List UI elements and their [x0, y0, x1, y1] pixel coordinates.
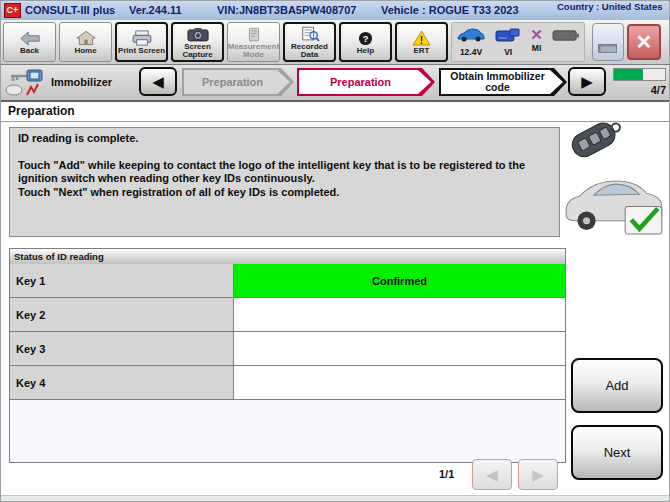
mi-label: MI	[532, 43, 541, 53]
previous-step-button[interactable]: ◀	[139, 67, 177, 96]
previous-page-icon: ◀	[486, 466, 498, 484]
vin-label: VIN:JN8BT3BA5PW408707	[217, 4, 356, 16]
step-preparation-completed[interactable]: Preparation	[182, 68, 294, 96]
key-3-status	[234, 332, 565, 365]
toolbar-button-label: Screen Capture	[173, 43, 222, 60]
table-row: Key 1 Confirmed	[10, 264, 565, 298]
footer-strip	[1, 495, 669, 501]
mi-indicator: ✕ MI	[530, 28, 543, 53]
back-button[interactable]: Back	[3, 22, 56, 62]
help-icon: ?	[358, 29, 373, 46]
table-filler-row	[10, 400, 565, 462]
mi-cross-icon: ✕	[530, 28, 543, 42]
print-screen-button[interactable]: Print Screen	[115, 22, 168, 62]
home-icon	[76, 29, 96, 46]
measurement-mode-icon	[245, 25, 263, 42]
close-button[interactable]: ✕	[627, 24, 661, 60]
next-button[interactable]: Next	[571, 425, 663, 480]
back-arrow-icon	[19, 29, 41, 46]
page-next-button[interactable]: ▶	[518, 459, 558, 490]
printer-icon	[131, 29, 153, 46]
wizard-progress-fill	[614, 69, 643, 80]
recorded-data-icon	[300, 25, 320, 42]
wizard-nav: Immobilizer ◀ Preparation Preparation Ob…	[1, 65, 669, 102]
module-label: Immobilizer	[51, 76, 112, 88]
toolbar-button-label: ERT	[414, 47, 430, 56]
status-table: Key 1 Confirmed Key 2 Key 3 Key 4	[9, 264, 566, 463]
vi-indicator: VI	[495, 28, 521, 57]
minimize-button[interactable]	[592, 23, 624, 61]
camera-icon	[187, 25, 209, 42]
confirmed-check-icon	[625, 206, 662, 233]
instruction-line: ID reading is complete.	[18, 132, 551, 146]
toolbar-button-label: Back	[20, 47, 39, 56]
app-version: Ver.244.11	[129, 4, 182, 16]
home-button[interactable]: Home	[59, 22, 112, 62]
key-3-label: Key 3	[10, 332, 234, 365]
table-row: Key 2	[10, 298, 565, 332]
instruction-line: Touch "Add" while keeping to contact the…	[18, 159, 551, 186]
vi-device-icon	[495, 28, 521, 46]
page-indicator: 1/1	[439, 468, 454, 480]
table-row: Key 4	[10, 366, 565, 400]
key-2-status	[234, 298, 565, 331]
instruction-spacer	[18, 146, 551, 159]
instruction-line: Touch "Next" when registration of all of…	[18, 186, 551, 200]
wizard-progress-bar	[613, 68, 666, 81]
status-table-header: Status of ID reading	[9, 248, 566, 265]
vehicle-label: Vehicle : ROGUE T33 2023	[381, 4, 519, 16]
toolbar-button-label: Recorded Data	[285, 43, 334, 60]
instruction-box: ID reading is complete. Touch "Add" whil…	[9, 127, 560, 237]
table-row: Key 3	[10, 332, 565, 366]
country-label: Country : United States	[557, 2, 669, 11]
key-1-status: Confirmed	[234, 264, 565, 297]
toolbar-button-label: Print Screen	[118, 47, 165, 56]
titlebar: C+ CONSULT-III plus Ver.244.11 VIN:JN8BT…	[1, 1, 669, 21]
step-label: Preparation	[330, 77, 391, 88]
wizard-progress-label: 4/7	[613, 84, 666, 96]
app-logo-icon: C+	[4, 3, 21, 18]
measurement-mode-button[interactable]: Measurement Mode	[227, 22, 280, 62]
svg-text:?: ?	[363, 34, 369, 44]
voltage-label: 12.4V	[460, 47, 482, 57]
toolbar-button-label: Measurement Mode	[228, 43, 280, 60]
add-button[interactable]: Add	[571, 358, 663, 413]
toolbar: Back Home Print Screen Screen Capture Me…	[1, 20, 669, 65]
consult-window: C+ CONSULT-III plus Ver.244.11 VIN:JN8BT…	[0, 0, 670, 502]
minimize-icon	[598, 44, 617, 53]
app-title: CONSULT-III plus	[25, 4, 115, 16]
vi-label: VI	[504, 47, 512, 57]
key-2-label: Key 2	[10, 298, 234, 331]
step-obtain-immobilizer-code[interactable]: Obtain Immobilizer code	[439, 68, 567, 96]
battery-indicator	[552, 28, 580, 46]
ert-button[interactable]: ! ERT	[395, 22, 448, 62]
page-title: Preparation	[8, 104, 75, 118]
svg-text:!: !	[420, 34, 423, 45]
key-4-status	[234, 366, 565, 399]
toolbar-button-label: Help	[357, 47, 374, 56]
next-step-button[interactable]: ▶	[568, 67, 606, 96]
key-4-label: Key 4	[10, 366, 234, 399]
close-icon: ✕	[636, 30, 653, 54]
next-page-icon: ▶	[532, 466, 544, 484]
car-icon	[456, 28, 486, 46]
page-previous-button[interactable]: ◀	[472, 459, 512, 490]
step-preparation-current[interactable]: Preparation	[297, 68, 435, 96]
key-registration-illustration	[561, 117, 667, 237]
vehicle-voltage-indicator: 12.4V	[456, 28, 486, 57]
connection-status-panel: 12.4V VI ✕ MI	[451, 22, 585, 62]
recorded-data-button[interactable]: Recorded Data	[283, 22, 336, 62]
step-label: Preparation	[202, 77, 263, 88]
toolbar-button-label: Home	[74, 47, 96, 56]
key-fob-icon	[568, 117, 625, 161]
step-label: Obtain Immobilizer code	[441, 71, 554, 93]
immobilizer-icon	[5, 68, 45, 102]
help-button[interactable]: ? Help	[339, 22, 392, 62]
screen-capture-button[interactable]: Screen Capture	[171, 22, 224, 62]
key-1-label: Key 1	[10, 264, 234, 297]
ert-warning-icon: !	[412, 29, 431, 46]
battery-icon	[552, 28, 580, 46]
